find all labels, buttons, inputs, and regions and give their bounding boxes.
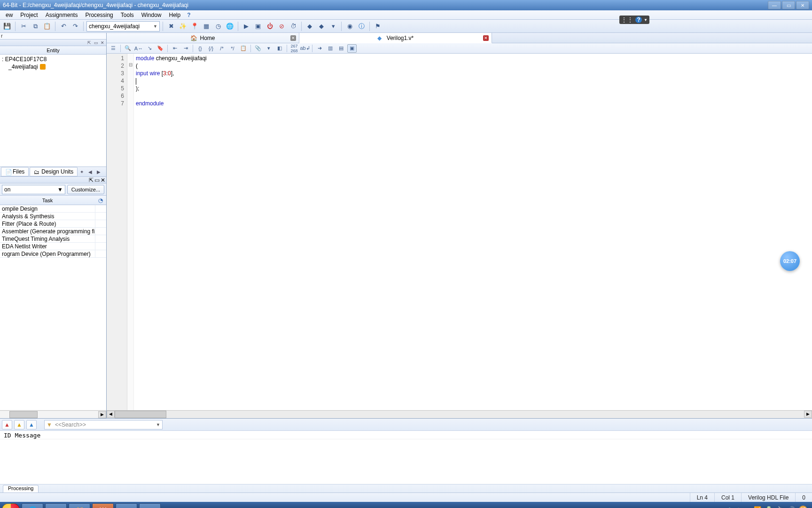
play-icon[interactable]: ▶ (241, 21, 251, 32)
scroll-right-icon[interactable]: ▶ (98, 411, 106, 418)
customize-button[interactable]: Customize... (67, 185, 104, 194)
save-icon[interactable]: 💾 (2, 21, 12, 32)
detach-icon[interactable]: ▭ (94, 177, 100, 183)
tray-sync-icon[interactable]: ◐ (736, 506, 741, 508)
clock-icon[interactable]: ◷ (213, 21, 223, 32)
analyze-icon[interactable]: ⊘ (276, 21, 287, 32)
chip-icon[interactable]: ▦ (201, 21, 211, 32)
tab-scroll-left[interactable]: ◀ (86, 169, 94, 175)
wand-icon[interactable]: ✨ (178, 21, 188, 32)
project-selector[interactable]: chengxu_4weijiafaqi ▼ (86, 21, 160, 32)
taskbar-app-wps[interactable]: W (92, 503, 114, 508)
settings-icon[interactable]: ✖ (166, 21, 176, 32)
project-tree[interactable]: : EP4CE10F17C8 _4weijiafaqi (0, 55, 106, 167)
task-row[interactable]: Assembler (Generate programming files) (0, 228, 106, 235)
tab-processing[interactable]: Processing (3, 485, 39, 492)
tray-up-icon[interactable]: ▲ (717, 506, 723, 508)
info-icon[interactable]: ⓘ (356, 21, 367, 32)
tray-volume-icon[interactable]: 🔊 (788, 506, 795, 508)
macro-icon[interactable]: ◧ (275, 44, 284, 53)
menu-assignments[interactable]: Assignments (42, 11, 82, 19)
report-icon[interactable]: ◉ (344, 21, 355, 32)
menu-processing[interactable]: Processing (81, 11, 117, 19)
tab-verilog-file[interactable]: ◆ Verilog1.v* ✕ (299, 33, 492, 43)
task-row[interactable]: TimeQuest Timing Analysis (0, 235, 106, 243)
fold-column[interactable]: ⊟ (127, 54, 134, 410)
messages-search[interactable]: ▼ <<Search>> ▼ (44, 420, 163, 429)
tray-battery-icon[interactable]: 🔋 (765, 506, 773, 508)
flow-selector[interactable]: on ▼ (2, 185, 65, 194)
template-icon[interactable]: 📋 (239, 44, 248, 53)
timer-bubble[interactable]: 02:07 (780, 251, 800, 271)
comment-icon[interactable]: {} (195, 44, 205, 53)
scroll-right-icon[interactable]: ▶ (804, 411, 812, 418)
tray-shield-icon[interactable]: ◉ (727, 506, 732, 508)
task-row[interactable]: Fitter (Place & Route) (0, 220, 106, 228)
messages-list[interactable] (0, 439, 812, 484)
block-comment-icon[interactable]: /* (217, 44, 226, 53)
taskbar-app-360[interactable]: e (116, 503, 137, 508)
tray-chat-icon[interactable]: ✉ (745, 506, 750, 508)
paste-icon[interactable]: 📋 (42, 21, 52, 32)
copy-icon[interactable]: ⧉ (30, 21, 40, 32)
close-panel-icon[interactable]: ✕ (101, 177, 105, 183)
tab-scroll-misc[interactable]: ✦ (78, 169, 86, 175)
filter-error-button[interactable]: ▲ (2, 420, 12, 429)
cut-icon[interactable]: ✂ (18, 21, 29, 32)
uncomment-icon[interactable]: {/} (206, 44, 216, 53)
help-bubble-icon[interactable]: ? (635, 16, 642, 23)
arrow-right-icon[interactable]: ➜ (315, 44, 324, 53)
editor-hscroll[interactable]: ◀ ▶ (107, 410, 812, 418)
insert-icon[interactable]: ▾ (264, 44, 273, 53)
globe-icon[interactable]: 🌐 (225, 21, 235, 32)
close-button[interactable]: ✕ (796, 1, 809, 9)
tree-row-top-entity[interactable]: _4weijiafaqi (2, 63, 104, 71)
scroll-left-icon[interactable]: ◀ (107, 411, 115, 418)
menu-tools[interactable]: Tools (117, 11, 138, 19)
indent-icon[interactable]: ⇥ (181, 44, 190, 53)
menu-project[interactable]: Project (16, 11, 41, 19)
timing-icon[interactable]: ⏱ (288, 21, 298, 32)
pin-icon[interactable]: ⇱ (86, 40, 92, 45)
menu-help[interactable]: Help (165, 11, 184, 19)
code-content[interactable]: module chengxu_4weijiafaqi(input wire [3… (134, 54, 812, 410)
outdent-icon[interactable]: ⇤ (170, 44, 180, 53)
taskbar-app-browser[interactable]: 🌐 (22, 503, 43, 508)
nav-fwd-icon[interactable]: ◆ (316, 21, 327, 32)
tab-files[interactable]: 📄 Files (1, 167, 29, 176)
maximize-button[interactable]: ▭ (782, 1, 795, 9)
taskbar-app-quartus[interactable]: ◆ (139, 503, 161, 508)
task-row[interactable]: rogram Device (Open Programmer) (0, 250, 106, 258)
split-h-icon[interactable]: ▥ (326, 44, 335, 53)
menu-window[interactable]: Window (138, 11, 165, 19)
task-row[interactable]: EDA Netlist Writer (0, 243, 106, 250)
menu-view[interactable]: ew (2, 11, 16, 19)
close-panel-icon[interactable]: ✕ (100, 40, 105, 45)
tray-power-icon[interactable]: 🔌 (776, 506, 784, 508)
close-tab-icon[interactable]: ✕ (290, 35, 296, 41)
stop-icon[interactable]: ⏻ (265, 21, 275, 32)
format-icon[interactable]: 267268 (289, 44, 299, 53)
goto-icon[interactable]: ↘ (145, 44, 154, 53)
redo-icon[interactable]: ↷ (70, 21, 80, 32)
scrollbar-thumb[interactable] (115, 411, 166, 418)
detach-icon[interactable]: ▭ (93, 40, 99, 45)
taskbar-app-explorer[interactable]: 📁 (69, 503, 90, 508)
tree-row-device[interactable]: : EP4CE10F17C8 (2, 56, 104, 63)
help-icon[interactable]: ? (187, 12, 190, 18)
undo-icon[interactable]: ↶ (58, 21, 69, 32)
bookmark-icon[interactable]: 🔖 (156, 44, 165, 53)
taskbar-app-ie[interactable]: e (45, 503, 67, 508)
expand-icon[interactable]: ▾ (328, 21, 338, 32)
task-row[interactable]: Analysis & Synthesis (0, 213, 106, 220)
task-row[interactable]: ompile Design (0, 205, 106, 213)
filter-warning-button[interactable]: ▲ (14, 420, 24, 429)
pin-icon[interactable]: ⇱ (89, 177, 94, 183)
tray-network-icon[interactable]: 📶 (754, 506, 761, 508)
debug-icon[interactable]: ▣ (253, 21, 263, 32)
tray-badge[interactable]: 85 (799, 506, 807, 508)
minimize-button[interactable]: — (768, 1, 781, 9)
tasks-hscroll[interactable]: ▶ (0, 410, 106, 418)
scrollbar-thumb[interactable] (9, 411, 38, 418)
tab-home[interactable]: 🏠 Home ✕ (107, 33, 299, 43)
